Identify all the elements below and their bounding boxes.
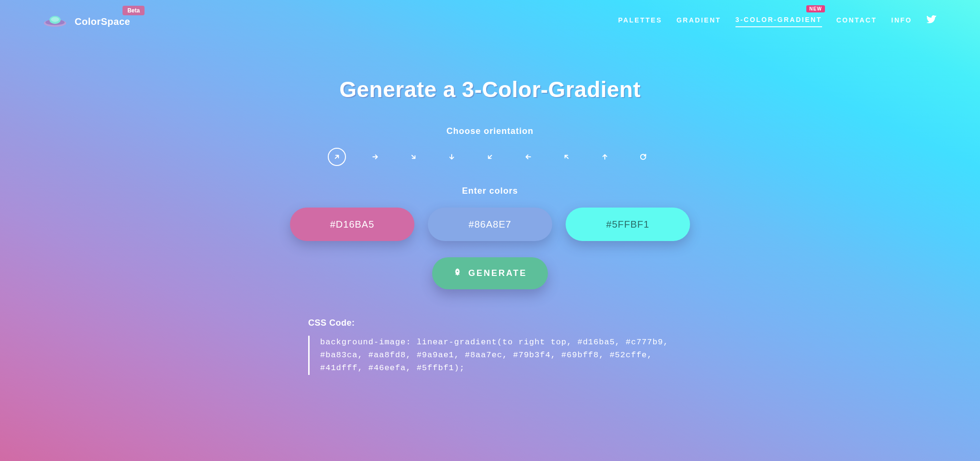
- orient-left[interactable]: [519, 148, 537, 166]
- nav-gradient[interactable]: GRADIENT: [677, 16, 721, 27]
- orient-circular[interactable]: [634, 148, 652, 166]
- orient-right-top[interactable]: [328, 148, 346, 166]
- color-input-3[interactable]: [566, 208, 690, 241]
- css-section: CSS Code: background-image: linear-gradi…: [303, 318, 677, 375]
- generate-label: GENERATE: [468, 268, 527, 278]
- header: ColorSpace Beta PALETTES GRADIENT NEW 3-…: [0, 0, 980, 38]
- nav-contact[interactable]: CONTACT: [836, 16, 877, 27]
- orient-right-bottom[interactable]: [404, 148, 423, 166]
- brand-name: ColorSpace: [75, 16, 130, 27]
- orient-left-bottom[interactable]: [481, 148, 499, 166]
- color-input-1[interactable]: [290, 208, 414, 241]
- css-label: CSS Code:: [308, 318, 677, 328]
- color-inputs: [227, 208, 753, 241]
- nav-3-color-gradient[interactable]: NEW 3-COLOR-GRADIENT: [735, 16, 822, 27]
- main-content: Generate a 3-Color-Gradient Choose orien…: [227, 38, 753, 375]
- orient-right[interactable]: [366, 148, 384, 166]
- beta-badge: Beta: [122, 6, 145, 15]
- svg-point-3: [51, 17, 59, 22]
- css-code-output[interactable]: background-image: linear-gradient(to rig…: [308, 336, 677, 375]
- page-title: Generate a 3-Color-Gradient: [227, 77, 753, 102]
- colors-label: Enter colors: [227, 186, 753, 196]
- logo-ufo-icon: [43, 14, 67, 29]
- brand[interactable]: ColorSpace Beta: [43, 14, 130, 29]
- generate-button[interactable]: GENERATE: [432, 257, 548, 289]
- orient-left-top[interactable]: [557, 148, 576, 166]
- color-input-2[interactable]: [428, 208, 552, 241]
- nav-info[interactable]: INFO: [891, 16, 912, 27]
- nav-palettes[interactable]: PALETTES: [618, 16, 662, 27]
- orientation-group: [227, 148, 753, 166]
- rocket-icon: [453, 268, 462, 279]
- orientation-label: Choose orientation: [227, 126, 753, 136]
- new-badge: NEW: [806, 5, 824, 12]
- nav-item-label: 3-COLOR-GRADIENT: [735, 16, 822, 23]
- nav: PALETTES GRADIENT NEW 3-COLOR-GRADIENT C…: [618, 15, 937, 28]
- twitter-icon[interactable]: [926, 15, 937, 28]
- orient-bottom[interactable]: [443, 148, 461, 166]
- orient-top[interactable]: [596, 148, 614, 166]
